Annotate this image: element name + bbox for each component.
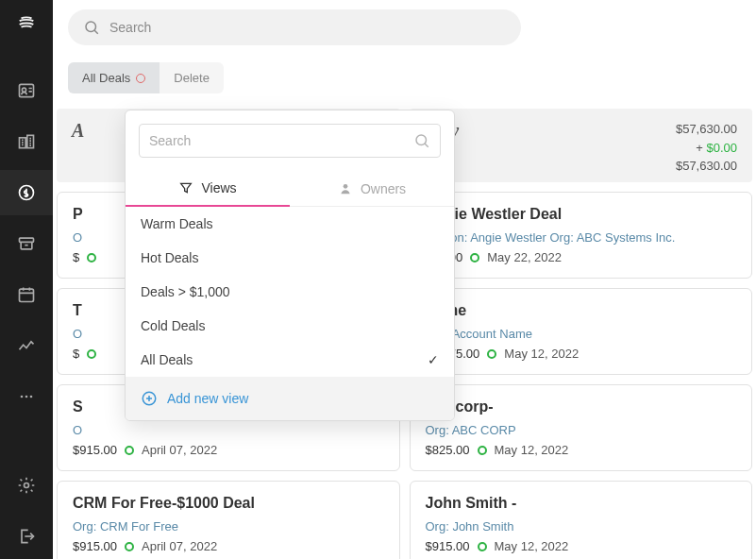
month-total-top: $57,630.00 <box>676 120 737 139</box>
tab-views-label: Views <box>201 180 236 195</box>
month-total-mid: + $0.00 <box>696 139 737 158</box>
nav-calendar[interactable] <box>0 272 53 317</box>
status-dot-icon <box>87 253 96 263</box>
view-option-label: Deals > $1,000 <box>141 284 230 299</box>
dropdown-search-input[interactable] <box>149 133 413 148</box>
svg-point-13 <box>344 184 348 189</box>
checkmark-icon: ✓ <box>428 352 439 367</box>
deal-footer: $915.00 April 07, 2022 <box>73 539 384 553</box>
global-search[interactable] <box>68 9 521 45</box>
nav-settings[interactable] <box>0 463 53 508</box>
month-header: May $57,630.00 + $0.00 $57,630.00 <box>410 109 753 182</box>
month-title: A <box>72 120 84 142</box>
svg-point-8 <box>25 396 28 398</box>
tab-owners-label: Owners <box>361 181 406 196</box>
filter-row: All Deals Delete <box>53 45 756 109</box>
deal-meta: Person: Angie Westler Org: ABC Systems I… <box>426 230 737 245</box>
view-option[interactable]: Hot Deals <box>126 241 454 275</box>
deal-amount: $915.00 <box>73 539 117 553</box>
deal-card[interactable]: John Smith - Org: John Smith $915.00 May… <box>410 481 753 559</box>
deal-title: John Smith - <box>426 495 737 512</box>
deal-amount: $ <box>73 347 79 361</box>
dropdown-tabs: Views Owners <box>126 171 454 207</box>
deal-amount: $825.00 <box>426 443 470 457</box>
global-search-input[interactable] <box>109 20 506 35</box>
status-dot-icon <box>487 349 496 359</box>
view-option[interactable]: Deals > $1,000 <box>126 275 454 309</box>
view-option-label: Cold Deals <box>141 318 205 333</box>
filter-delete-label: Delete <box>174 71 210 85</box>
deal-meta: O <box>73 423 384 437</box>
views-dropdown: Views Owners Warm Deals Hot Deals Deals … <box>125 110 455 421</box>
deal-footer: $915.00 April 07, 2022 <box>73 443 384 457</box>
svg-rect-6 <box>20 289 34 301</box>
svg-rect-5 <box>20 238 34 242</box>
plus-circle-icon <box>141 390 158 407</box>
svg-point-12 <box>416 135 427 145</box>
status-dot-icon <box>125 542 134 551</box>
nav-logout[interactable] <box>0 514 53 559</box>
tab-owners[interactable]: Owners <box>290 171 454 206</box>
filter-all-label: All Deals <box>82 71 130 85</box>
deal-card[interactable]: Name Org: Account Name $4,375.00 May 12,… <box>410 288 753 375</box>
nav-reports[interactable] <box>0 323 53 368</box>
nav-archive[interactable] <box>0 221 53 266</box>
svg-point-10 <box>25 483 29 488</box>
deal-date: May 12, 2022 <box>504 347 579 361</box>
svg-point-9 <box>30 396 33 398</box>
search-icon <box>83 19 100 36</box>
filter-delete[interactable]: Delete <box>160 62 224 93</box>
deal-date: May 12, 2022 <box>495 539 569 553</box>
tab-views[interactable]: Views <box>126 171 290 207</box>
deal-date: April 07, 2022 <box>142 443 217 457</box>
deal-meta: Org: Account Name <box>426 327 737 341</box>
deal-title: abc corp- <box>426 398 737 415</box>
month-total-bottom: $57,630.00 <box>676 157 737 176</box>
deal-footer: 600.00 May 22, 2022 <box>426 250 737 264</box>
nav-organizations[interactable] <box>0 119 53 164</box>
view-option[interactable]: Warm Deals <box>126 207 454 241</box>
view-option[interactable]: Cold Deals <box>126 309 454 343</box>
status-dot-icon <box>478 542 487 551</box>
deal-meta: Org: CRM For Free <box>73 519 384 534</box>
add-new-view-label: Add new view <box>167 391 248 406</box>
search-icon <box>413 132 430 149</box>
status-dot-icon <box>125 446 134 455</box>
deal-date: April 07, 2022 <box>142 539 217 553</box>
main-area: All Deals Delete A P O $ <box>53 0 756 559</box>
filter-icon <box>178 180 193 195</box>
view-option-label: All Deals <box>141 352 193 367</box>
dropdown-list: Warm Deals Hot Deals Deals > $1,000 Cold… <box>126 207 454 377</box>
deal-amount: $ <box>73 250 79 264</box>
app-logo <box>15 11 38 34</box>
dropdown-search[interactable] <box>139 124 441 158</box>
nav-deals[interactable] <box>0 170 53 215</box>
deal-card[interactable]: abc corp- Org: ABC CORP $825.00 May 12, … <box>410 384 753 471</box>
nav-more[interactable] <box>0 374 53 419</box>
deal-date: May 12, 2022 <box>495 443 569 457</box>
status-dot-icon <box>87 349 96 359</box>
deal-footer: $915.00 May 12, 2022 <box>426 539 737 553</box>
top-bar <box>53 0 756 45</box>
svg-point-7 <box>21 396 24 398</box>
deal-amount: $915.00 <box>426 539 470 553</box>
sidebar <box>0 0 53 559</box>
deal-footer: $4,375.00 May 12, 2022 <box>426 347 737 361</box>
deal-card[interactable]: Angie Westler Deal Person: Angie Westler… <box>410 192 753 279</box>
nav-contacts[interactable] <box>0 68 53 113</box>
deal-date: May 22, 2022 <box>487 250 562 264</box>
month-column-may: May $57,630.00 + $0.00 $57,630.00 Angie … <box>410 109 753 559</box>
view-option-label: Warm Deals <box>141 216 213 231</box>
clear-filter-icon[interactable] <box>136 74 145 83</box>
filter-all-deals[interactable]: All Deals <box>68 62 160 93</box>
deal-footer: $825.00 May 12, 2022 <box>426 443 737 457</box>
deal-title: Angie Westler Deal <box>426 206 737 223</box>
deal-card[interactable]: CRM For Free-$1000 Deal Org: CRM For Fre… <box>57 481 400 559</box>
month-totals: $57,630.00 + $0.00 $57,630.00 <box>676 120 737 176</box>
deal-title: Name <box>426 302 737 319</box>
deal-title: CRM For Free-$1000 Deal <box>73 495 384 512</box>
view-option-selected[interactable]: All Deals ✓ <box>126 343 454 377</box>
add-new-view[interactable]: Add new view <box>126 377 454 420</box>
deal-amount: $915.00 <box>73 443 117 457</box>
person-icon <box>338 181 353 196</box>
